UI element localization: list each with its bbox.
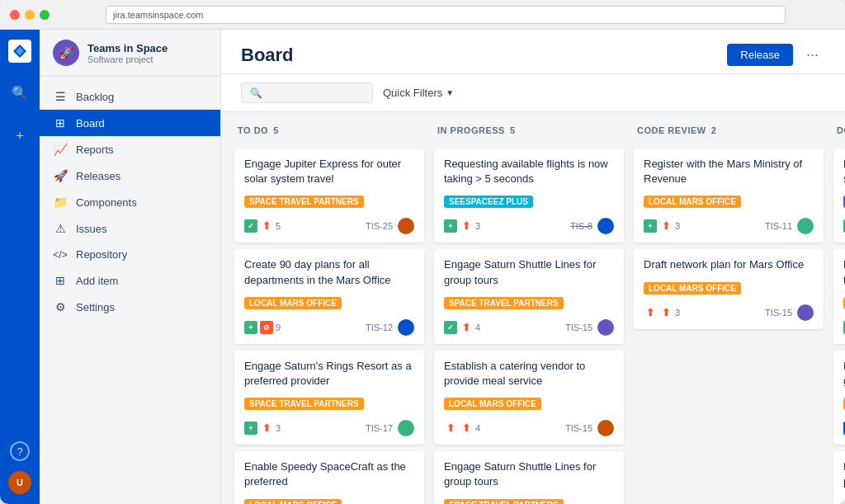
card[interactable]: Establish a catering vendor to provide m… <box>434 351 624 445</box>
arrow-up-icon: ⬆ <box>460 321 473 334</box>
arrow-up-icon: ⬆ <box>460 422 473 435</box>
sidebar-item-add[interactable]: ⊞ Add item <box>40 267 220 294</box>
card[interactable]: Requesting available flights is now taki… <box>434 148 624 243</box>
card-icons: ✓⬆5 <box>244 219 281 233</box>
card[interactable]: Engage Saturn Shuttle Lines for group to… <box>434 451 624 504</box>
card-avatar <box>398 218 414 234</box>
column-title: CODE REVIEW <box>637 125 706 135</box>
card-tag: SPACE TRAVEL PARTNERS <box>444 297 564 309</box>
sidebar-label-components: Components <box>76 196 137 209</box>
check-icon: ✓ <box>444 321 457 334</box>
card-footer: ✓⬆5TIS-25 <box>244 218 414 234</box>
board-column-1: IN PROGRESS5Requesting available flights… <box>434 122 624 494</box>
card-avatar <box>597 420 614 436</box>
help-icon[interactable]: ? <box>10 441 30 461</box>
card-footer: +⊘9TIS-12 <box>244 319 414 336</box>
card-icons: +⊘9 <box>244 321 281 334</box>
settings-icon: ⚙ <box>53 300 68 313</box>
sidebar-item-issues[interactable]: ⚠ Issues <box>40 215 220 242</box>
card-count: 4 <box>475 323 480 332</box>
app-body: 🔍 ＋ ? U 🚀 Teams in Space Software projec… <box>0 30 845 504</box>
card[interactable]: Enable Speedy SpaceCraft as the preferre… <box>234 451 424 504</box>
column-title: DONE <box>837 125 845 135</box>
sidebar-item-releases[interactable]: 🚀 Releases <box>40 163 220 189</box>
sidebar-item-settings[interactable]: ⚙ Settings <box>40 294 220 320</box>
card-footer: ✓⬆4TIS-15 <box>444 319 614 336</box>
card[interactable]: Draft network plan for Mars OfficeLOCAL … <box>634 249 824 328</box>
no-icon: ⊘ <box>260 321 273 334</box>
card[interactable]: Register with the Mars Ministry of Reven… <box>634 148 824 243</box>
card-icons: +⬆3 <box>644 219 680 233</box>
card-id: TIS-12 <box>366 323 393 332</box>
card-title: Draft network plan for Mars Office <box>644 257 814 272</box>
card-count: 3 <box>276 423 281 433</box>
card[interactable]: Engage JetShuttle SpaceWays for travelSP… <box>833 249 845 343</box>
add-item-icon: ⊞ <box>53 274 68 287</box>
sidebar-item-board[interactable]: ⊞ Board <box>40 110 220 136</box>
card-title: Engage Saturn Shuttle Lines for group to… <box>444 257 614 287</box>
sidebar-item-repository[interactable]: </> Repository <box>40 242 220 267</box>
card-tag: LOCAL MARS OFFICE <box>244 499 342 505</box>
card[interactable]: Establish a catering vendor to provide m… <box>833 451 845 504</box>
search-nav-icon[interactable]: 🔍 <box>7 79 33 106</box>
board-column-3: DONE8Homepage footer uses an inline styl… <box>833 122 845 494</box>
close-button[interactable] <box>10 10 20 20</box>
sidebar-label-backlog: Backlog <box>76 91 114 103</box>
app-window: jira.teamsinspace.com 🔍 ＋ ? U 🚀 <box>0 0 845 504</box>
card-title: Register with the Mars Ministry of Reven… <box>644 157 814 186</box>
project-sidebar: 🚀 Teams in Space Software project ☰ Back… <box>40 30 221 504</box>
minimize-button[interactable] <box>25 10 35 20</box>
card-id: TIS-25 <box>366 221 393 231</box>
user-avatar-global[interactable]: U <box>8 471 31 494</box>
column-count: 5 <box>273 125 278 135</box>
global-nav: 🔍 ＋ ? U <box>0 30 40 504</box>
plus-icon: + <box>244 321 257 334</box>
release-button[interactable]: Release <box>727 44 793 66</box>
card-count: 9 <box>276 323 281 332</box>
card-id: TIS-8 <box>570 221 592 231</box>
card-footer: +⬆3TIS-8 <box>444 218 614 234</box>
arrow-up-icon: ⬆ <box>659 306 673 319</box>
card-title: Engage Saturn's Rings Resort as a prefer… <box>244 359 414 389</box>
sidebar-label-reports: Reports <box>76 144 114 156</box>
card[interactable]: Engage Saturn's Rings Resort as a prefer… <box>234 351 424 445</box>
card[interactable]: Engage Saturn Shuttle Lines for group to… <box>833 351 845 445</box>
card[interactable]: Engage Saturn Shuttle Lines for group to… <box>434 249 624 343</box>
card-tag: LOCAL MARS OFFICE <box>644 282 741 294</box>
sidebar-item-reports[interactable]: 📈 Reports <box>40 136 220 163</box>
url-bar[interactable]: jira.teamsinspace.com <box>106 6 786 24</box>
more-options-button[interactable]: ··· <box>800 43 825 67</box>
jira-logo[interactable] <box>8 40 31 63</box>
arrow-up-icon: ⬆ <box>644 306 657 319</box>
add-nav-icon[interactable]: ＋ <box>7 122 33 148</box>
title-bar: jira.teamsinspace.com <box>0 0 845 30</box>
card-tag: LOCAL MARS OFFICE <box>244 297 342 309</box>
column-count: 5 <box>510 125 515 135</box>
sidebar-label-releases: Releases <box>76 170 120 182</box>
url-text: jira.teamsinspace.com <box>113 10 203 20</box>
search-input[interactable] <box>267 87 366 99</box>
card-avatar <box>398 319 414 336</box>
project-name: Teams in Space <box>87 42 168 54</box>
sidebar-item-components[interactable]: 📁 Components <box>40 189 220 215</box>
card[interactable]: Homepage footer uses an inline style- sh… <box>833 148 845 243</box>
card-tag: SPACE TRAVEL PARTNERS <box>444 499 564 505</box>
card-title: Requesting available flights is now taki… <box>444 157 614 186</box>
quick-filters-button[interactable]: Quick Filters ▼ <box>383 87 454 99</box>
card-id: TIS-15 <box>565 323 592 332</box>
search-icon: 🔍 <box>250 87 262 99</box>
issues-icon: ⚠ <box>53 222 68 235</box>
project-type: Software project <box>87 54 168 64</box>
sidebar-item-backlog[interactable]: ☰ Backlog <box>40 83 220 110</box>
project-header: 🚀 Teams in Space Software project <box>40 30 220 77</box>
card-avatar <box>597 319 614 336</box>
card[interactable]: Engage Jupiter Express for outer solar s… <box>234 148 424 243</box>
arrow-up-icon: ⬆ <box>460 219 473 233</box>
card-id: TIS-15 <box>765 308 792 318</box>
maximize-button[interactable] <box>40 10 50 20</box>
global-nav-bottom: ? U <box>8 441 31 494</box>
column-count: 2 <box>711 125 716 135</box>
sidebar-label-settings: Settings <box>76 301 115 313</box>
card[interactable]: Create 90 day plans for all departments … <box>234 249 424 343</box>
column-header: CODE REVIEW2 <box>634 122 824 142</box>
